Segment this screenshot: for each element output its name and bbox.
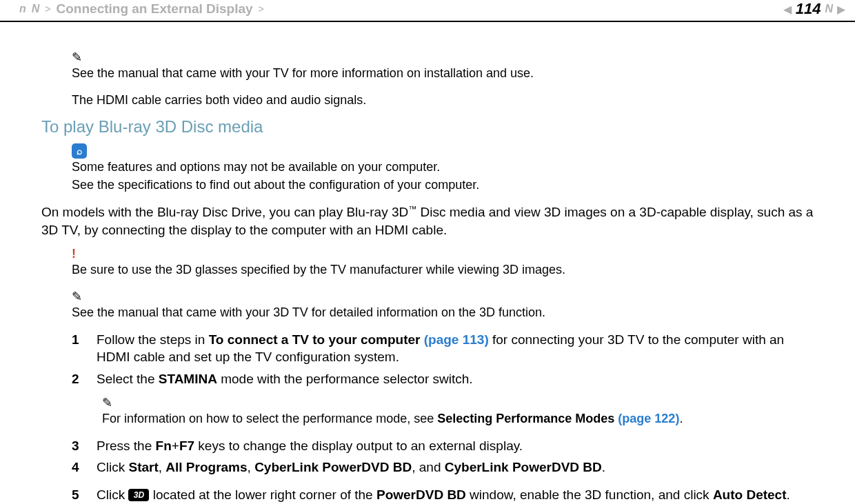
breadcrumb: n N > Connecting an External Display > <box>19 1 264 17</box>
text: , <box>159 460 166 474</box>
nav-prev-big-n[interactable]: N <box>32 3 40 15</box>
text-bold: Start <box>128 460 158 474</box>
note-block: ✎ See the manual that came with your TV … <box>41 50 814 82</box>
warning-text: Be sure to use the 3D glasses specified … <box>72 261 814 279</box>
note-text: See the manual that came with your TV fo… <box>72 65 814 82</box>
step-item: 3 Press the Fn+F7 keys to change the dis… <box>72 437 814 455</box>
note-block: ✎ See the manual that came with your 3D … <box>41 289 814 321</box>
note-text: For information on how to select the per… <box>102 410 814 427</box>
page-header: n N > Connecting an External Display > ◀… <box>0 0 855 22</box>
text: . <box>679 412 683 425</box>
step-item: 4 Click Start, All Programs, CyberLink P… <box>72 458 814 476</box>
text-bold: F7 <box>179 439 194 453</box>
link-page-ref[interactable]: (page 122) <box>618 412 679 425</box>
step-number: 1 <box>72 331 81 366</box>
step-number: 5 <box>72 486 81 504</box>
text-bold: STAMINA <box>159 372 217 386</box>
page-next-icon[interactable]: ▶ <box>837 3 845 16</box>
text: Press the <box>97 439 156 453</box>
breadcrumb-arrow-icon: > <box>45 3 50 14</box>
text: mode with the performance selector switc… <box>217 372 473 386</box>
step-text: Follow the steps in To connect a TV to y… <box>97 331 814 366</box>
trademark-symbol: ™ <box>408 204 416 214</box>
step-text: Click 3D located at the lower right corn… <box>97 486 814 504</box>
step-item: 2 Select the STAMINA mode with the perfo… <box>72 370 814 388</box>
warning-block: ! Be sure to use the 3D glasses specifie… <box>41 247 814 279</box>
page-prev-icon[interactable]: ◀ <box>783 3 792 16</box>
step-number: 2 <box>72 370 81 388</box>
info-text: See the specifications to find out about… <box>72 177 814 194</box>
section-heading: To play Blu-ray 3D Disc media <box>41 117 814 137</box>
text: window, enable the 3D function, and clic… <box>466 487 713 502</box>
step-item: 1 Follow the steps in To connect a TV to… <box>72 331 814 366</box>
step-item: 5 Click 3D located at the lower right co… <box>72 486 814 504</box>
text: keys to change the display output to an … <box>194 439 523 453</box>
text-bold: CyberLink PowerDVD BD <box>445 460 602 474</box>
text-bold: Fn <box>156 439 172 453</box>
text-bold: To connect a TV to your computer <box>209 332 424 347</box>
step-number: 4 <box>72 458 81 476</box>
pencil-note-icon: ✎ <box>72 289 814 304</box>
text-bold: Selecting Performance Modes <box>437 412 618 425</box>
page-number: 114 <box>796 0 821 18</box>
body-text: The HDMI cable carries both video and au… <box>72 92 814 109</box>
text: , and <box>412 460 445 474</box>
page-content: ✎ See the manual that came with your TV … <box>0 22 855 504</box>
step-text: Select the STAMINA mode with the perform… <box>97 370 814 388</box>
text: + <box>172 439 179 453</box>
text-bold: PowerDVD BD <box>376 487 466 502</box>
body-paragraph: On models with the Blu-ray Disc Drive, y… <box>41 203 814 239</box>
text: Click <box>97 487 128 502</box>
step-list: 1 Follow the steps in To connect a TV to… <box>72 331 814 388</box>
text: Click <box>97 460 128 474</box>
text-bold: All Programs <box>165 460 247 474</box>
note-block: ✎ For information on how to select the p… <box>72 395 814 427</box>
pencil-note-icon: ✎ <box>102 395 814 410</box>
text: located at the lower right corner of the <box>153 487 376 502</box>
text: . <box>787 487 790 502</box>
body-text: On models with the Blu-ray Disc Drive, y… <box>41 205 408 219</box>
text: Follow the steps in <box>97 332 209 347</box>
link-page-ref[interactable]: (page 113) <box>424 332 489 347</box>
text: , <box>248 460 255 474</box>
text: For information on how to select the per… <box>102 412 437 425</box>
step-text: Press the Fn+F7 keys to change the displ… <box>97 437 814 455</box>
text-bold: Auto Detect <box>713 487 787 502</box>
pencil-note-icon: ✎ <box>72 50 814 65</box>
text: . <box>602 460 605 474</box>
page-navigation: ◀ 114 N ▶ <box>783 0 845 18</box>
nav-prev-small-n[interactable]: n <box>19 3 26 15</box>
step-number: 3 <box>72 437 81 455</box>
info-block: ⌕ Some features and options may not be a… <box>41 143 814 193</box>
breadcrumb-arrow-icon: > <box>259 3 264 14</box>
text: Select the <box>97 372 159 386</box>
3d-button-icon: 3D <box>128 489 149 501</box>
info-magnify-icon: ⌕ <box>72 143 87 159</box>
step-text: Click Start, All Programs, CyberLink Pow… <box>97 458 814 476</box>
nav-next-big-n[interactable]: N <box>825 3 833 15</box>
exclamation-icon: ! <box>72 247 76 261</box>
step-list: 3 Press the Fn+F7 keys to change the dis… <box>72 437 814 504</box>
info-text: Some features and options may not be ava… <box>72 159 814 176</box>
breadcrumb-title: Connecting an External Display <box>57 1 253 17</box>
note-text: See the manual that came with your 3D TV… <box>72 304 814 321</box>
text-bold: CyberLink PowerDVD BD <box>254 460 412 474</box>
